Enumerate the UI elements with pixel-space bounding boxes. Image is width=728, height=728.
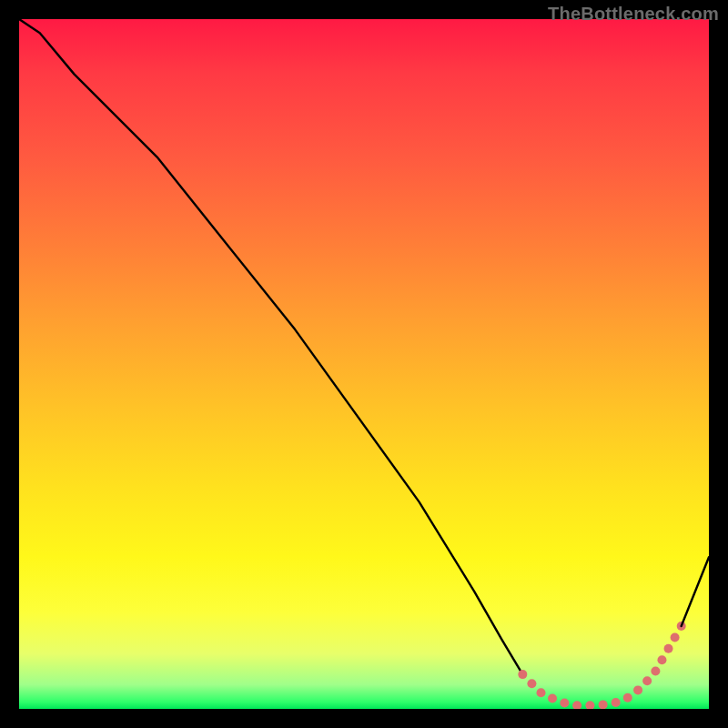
curve-dot xyxy=(612,698,621,707)
curve-dot xyxy=(527,679,536,688)
curve-dot xyxy=(642,676,652,685)
curve-solid-segment xyxy=(19,19,522,674)
curve-dot xyxy=(664,644,673,653)
curve-solid-segment xyxy=(682,557,709,626)
attribution-text: TheBottleneck.com xyxy=(548,4,719,25)
curve-dot xyxy=(585,701,594,709)
plot-area xyxy=(19,19,709,709)
curve-dot xyxy=(537,688,546,697)
curve-dot xyxy=(518,670,527,679)
curve-dot xyxy=(651,667,660,676)
curve-dot xyxy=(671,632,680,642)
curve-dot xyxy=(572,701,581,709)
curve-dot xyxy=(633,685,642,694)
curve-dot xyxy=(623,693,632,703)
curve-dot xyxy=(560,699,569,708)
curve-dot xyxy=(657,655,666,664)
curve-layer xyxy=(19,19,709,709)
curve-dot xyxy=(599,700,608,709)
chart-frame: TheBottleneck.com xyxy=(0,0,728,728)
curve-dot xyxy=(548,694,557,703)
